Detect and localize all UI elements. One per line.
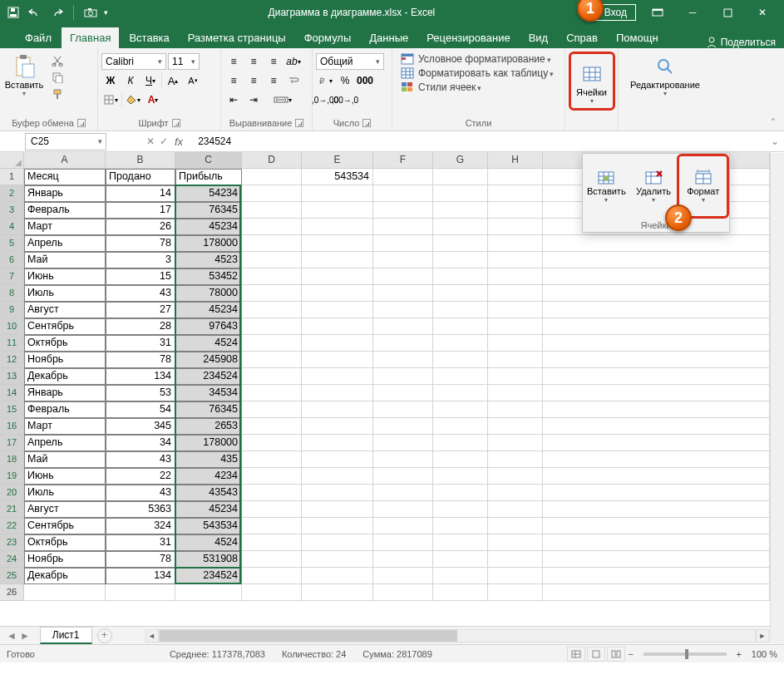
cell[interactable] bbox=[373, 568, 433, 584]
cell[interactable] bbox=[543, 335, 770, 352]
cell[interactable]: Январь bbox=[24, 385, 106, 401]
cell[interactable] bbox=[433, 418, 488, 435]
next-sheet-icon[interactable]: ► bbox=[20, 630, 30, 642]
cell[interactable] bbox=[373, 318, 433, 335]
cell[interactable]: 324 bbox=[106, 518, 175, 534]
cell[interactable] bbox=[373, 534, 433, 551]
cell[interactable]: 34 bbox=[106, 435, 175, 451]
cell[interactable]: 134 bbox=[106, 368, 175, 385]
cell[interactable] bbox=[433, 318, 488, 335]
cell[interactable]: 435 bbox=[175, 451, 242, 468]
number-format-combo[interactable]: Общий bbox=[316, 53, 384, 70]
cell[interactable] bbox=[373, 219, 433, 235]
cell[interactable]: 54 bbox=[106, 401, 175, 418]
cell[interactable] bbox=[488, 202, 543, 219]
row-header[interactable]: 13 bbox=[0, 368, 24, 385]
cell[interactable]: 234524 bbox=[175, 368, 242, 385]
normal-view-icon[interactable] bbox=[567, 647, 585, 662]
cell[interactable] bbox=[242, 401, 302, 418]
cell[interactable] bbox=[242, 318, 302, 335]
cell[interactable] bbox=[373, 235, 433, 252]
scroll-left-icon[interactable]: ◄ bbox=[145, 629, 159, 642]
cell[interactable]: Август bbox=[24, 302, 106, 318]
cell[interactable]: 17 bbox=[106, 202, 175, 219]
cell[interactable]: 54234 bbox=[175, 185, 242, 202]
cell[interactable] bbox=[373, 485, 433, 501]
wrap-text-icon[interactable] bbox=[284, 72, 303, 89]
close-button[interactable]: ✕ bbox=[746, 3, 779, 22]
cell[interactable] bbox=[543, 401, 770, 418]
format-as-table-button[interactable]: Форматировать как таблицу bbox=[401, 67, 554, 79]
cell[interactable]: 22 bbox=[106, 468, 175, 485]
cell[interactable] bbox=[242, 368, 302, 385]
row-header[interactable]: 2 bbox=[0, 185, 24, 202]
fx-icon[interactable]: fx bbox=[175, 135, 183, 148]
row-header[interactable]: 21 bbox=[0, 501, 24, 518]
cell[interactable] bbox=[433, 518, 488, 534]
cell[interactable] bbox=[488, 235, 543, 252]
cell[interactable] bbox=[433, 534, 488, 551]
row-header[interactable]: 9 bbox=[0, 302, 24, 318]
cell[interactable]: 28 bbox=[106, 318, 175, 335]
page-layout-view-icon[interactable] bbox=[587, 647, 605, 662]
borders-button[interactable]: ▾ bbox=[101, 91, 120, 108]
cell[interactable] bbox=[433, 551, 488, 568]
cell[interactable] bbox=[302, 501, 373, 518]
cell[interactable] bbox=[373, 252, 433, 268]
cell[interactable] bbox=[488, 551, 543, 568]
cell[interactable] bbox=[543, 352, 770, 368]
cell[interactable] bbox=[302, 485, 373, 501]
row-header[interactable]: 6 bbox=[0, 252, 24, 268]
cell[interactable] bbox=[302, 235, 373, 252]
cell[interactable] bbox=[302, 584, 373, 601]
cell[interactable] bbox=[302, 368, 373, 385]
decrease-indent-icon[interactable]: ⇤ bbox=[224, 91, 243, 108]
cell[interactable] bbox=[242, 252, 302, 268]
cell[interactable]: 5363 bbox=[106, 501, 175, 518]
cell[interactable]: Октябрь bbox=[24, 335, 106, 352]
cell[interactable] bbox=[488, 518, 543, 534]
cell[interactable]: Декабрь bbox=[24, 368, 106, 385]
cell[interactable] bbox=[302, 318, 373, 335]
cell[interactable]: 15 bbox=[106, 268, 175, 285]
cell[interactable]: Сентябрь bbox=[24, 318, 106, 335]
cell[interactable]: 4234 bbox=[175, 468, 242, 485]
cell[interactable] bbox=[488, 435, 543, 451]
align-bottom-icon[interactable]: ≡ bbox=[264, 53, 283, 70]
cell[interactable]: Январь bbox=[24, 185, 106, 202]
cell[interactable] bbox=[488, 418, 543, 435]
percent-icon[interactable]: % bbox=[336, 72, 354, 89]
row-header[interactable]: 5 bbox=[0, 235, 24, 252]
cells-button[interactable]: Ячейки ▾ bbox=[573, 57, 611, 105]
cell[interactable] bbox=[302, 385, 373, 401]
cell[interactable] bbox=[488, 385, 543, 401]
format-painter-icon[interactable] bbox=[48, 86, 67, 101]
zoom-out-button[interactable]: − bbox=[625, 649, 637, 659]
cell[interactable] bbox=[488, 568, 543, 584]
cell[interactable] bbox=[543, 518, 770, 534]
cell[interactable] bbox=[543, 385, 770, 401]
cell[interactable]: 43 bbox=[106, 485, 175, 501]
horizontal-scrollbar[interactable] bbox=[159, 629, 756, 642]
col-header[interactable]: E bbox=[302, 152, 373, 169]
col-header[interactable]: D bbox=[242, 152, 302, 169]
cell[interactable] bbox=[543, 451, 770, 468]
prev-sheet-icon[interactable]: ◄ bbox=[7, 630, 17, 642]
cell[interactable] bbox=[373, 185, 433, 202]
row-header[interactable]: 23 bbox=[0, 534, 24, 551]
cell[interactable]: Декабрь bbox=[24, 568, 106, 584]
name-box[interactable]: C25 bbox=[25, 133, 106, 150]
cell[interactable] bbox=[488, 534, 543, 551]
cell[interactable] bbox=[543, 551, 770, 568]
cell[interactable] bbox=[488, 252, 543, 268]
zoom-level[interactable]: 100 % bbox=[752, 649, 777, 659]
cell[interactable] bbox=[302, 185, 373, 202]
cell[interactable] bbox=[373, 368, 433, 385]
cell[interactable] bbox=[242, 534, 302, 551]
row-header[interactable]: 16 bbox=[0, 418, 24, 435]
cell[interactable] bbox=[488, 318, 543, 335]
cell[interactable] bbox=[488, 368, 543, 385]
maximize-button[interactable] bbox=[711, 3, 744, 22]
cell[interactable] bbox=[373, 352, 433, 368]
currency-icon[interactable]: ₽▾ bbox=[316, 72, 334, 89]
